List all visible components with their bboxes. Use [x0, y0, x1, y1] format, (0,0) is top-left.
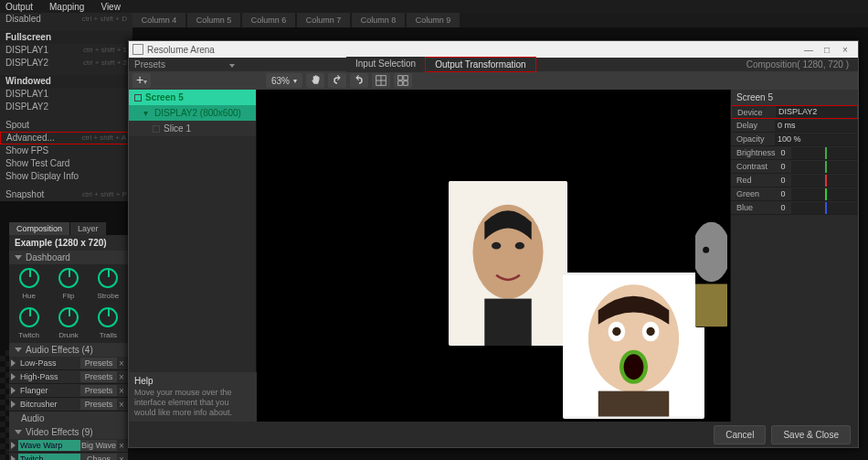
tool-strip: +▾ 63%▾	[129, 71, 858, 90]
tree-display[interactable]: ▾DISPLAY2 (800x600)	[129, 105, 256, 121]
column-header[interactable]: Column 5	[187, 13, 240, 27]
composition-panel: Composition Layer Example (1280 x 720) D…	[9, 222, 128, 460]
knob-flip[interactable]: Flip	[56, 268, 81, 300]
top-strip: Presets Input Selection Output Transform…	[129, 58, 858, 71]
cancel-button[interactable]: Cancel	[714, 425, 766, 444]
menu-output[interactable]: Output	[5, 2, 33, 12]
square-icon	[153, 125, 160, 133]
close-icon[interactable]: ×	[836, 45, 854, 55]
knob-trails[interactable]: Trails	[95, 307, 121, 339]
column-header[interactable]: Column 6	[242, 13, 295, 27]
output-win-display1[interactable]: DISPLAY1	[0, 88, 132, 101]
svg-point-22	[703, 247, 709, 253]
hand-tool-icon[interactable]	[306, 73, 324, 88]
output-show-fps[interactable]: Show FPS	[0, 144, 132, 157]
svg-point-17	[646, 327, 654, 336]
square-icon	[134, 94, 142, 102]
output-snapshot[interactable]: Snapshotctrl + shift + P	[0, 188, 132, 201]
output-win-display2[interactable]: DISPLAY2	[0, 101, 132, 113]
help-box: Help Move your mouse over the interface …	[129, 372, 257, 422]
modal-footer: Cancel Save & Close	[129, 422, 858, 447]
add-button[interactable]: +▾	[132, 73, 151, 88]
output-dropdown: Disabledctrl + shift + D Fullscreen DISP…	[0, 13, 132, 201]
column-header[interactable]: Column 7	[297, 13, 350, 27]
help-title: Help	[134, 376, 251, 386]
screens-tree: Screen 5 ▾DISPLAY2 (800x600) Slice 1 Hel…	[129, 90, 257, 422]
grid-single-icon[interactable]	[372, 73, 390, 88]
knob-strobe[interactable]: Strobe	[95, 268, 121, 300]
column-header[interactable]: Column 9	[407, 13, 460, 27]
composition-title: Example (1280 x 720)	[9, 235, 128, 251]
output-disabled[interactable]: Disabledctrl + shift + D	[0, 13, 132, 26]
prop-red[interactable]: Red0	[731, 174, 858, 187]
section-video-fx[interactable]: Video Effects (9)	[9, 425, 128, 439]
output-windowed-label: Windowed	[0, 75, 132, 88]
svg-rect-11	[484, 299, 531, 346]
presets-dropdown[interactable]: Presets	[129, 59, 238, 70]
output-canvas[interactable]	[257, 90, 730, 422]
app-icon	[132, 44, 143, 55]
fx-twitch[interactable]: TwitchChaos×	[9, 453, 128, 460]
props-title: Screen 5	[731, 90, 858, 105]
undo-icon[interactable]	[328, 73, 346, 88]
svg-point-9	[492, 242, 501, 250]
window-title: Resolume Arena	[147, 45, 799, 55]
svg-rect-4	[404, 76, 408, 80]
prop-delay[interactable]: Delay0 ms	[731, 119, 858, 133]
knob-twitch[interactable]: Twitch	[16, 307, 42, 339]
output-show-display-info[interactable]: Show Display Info	[0, 170, 132, 183]
knob-drunk[interactable]: Drunk	[56, 307, 81, 339]
column-header[interactable]: Column 4	[132, 13, 185, 27]
minimize-icon[interactable]: —	[799, 45, 818, 55]
tree-screen[interactable]: Screen 5	[129, 90, 256, 105]
svg-rect-5	[398, 81, 403, 86]
fx-bitcrusher[interactable]: BitcrusherPresets×	[9, 398, 128, 412]
output-show-test-card[interactable]: Show Test Card	[0, 157, 132, 170]
column-header[interactable]: Column 8	[352, 13, 405, 27]
properties-panel: Screen 5 DeviceDISPLAY2 (800x600) Delay0…	[730, 90, 858, 422]
svg-point-19	[624, 354, 644, 380]
svg-rect-23	[695, 284, 727, 327]
knob-hue[interactable]: Hue	[16, 268, 42, 300]
content-image-2	[563, 273, 704, 419]
zoom-control[interactable]: 63%▾	[266, 73, 302, 88]
save-close-button[interactable]: Save & Close	[771, 425, 851, 444]
fx-wave-warp[interactable]: Wave WarpBig Wave×	[9, 439, 128, 453]
redo-icon[interactable]	[350, 73, 368, 88]
content-image-1	[449, 181, 567, 346]
tab-input-selection[interactable]: Input Selection	[346, 57, 425, 72]
fx-low-pass[interactable]: Low-PassPresets×	[9, 357, 128, 370]
menu-view[interactable]: View	[101, 2, 121, 12]
maximize-icon[interactable]: □	[818, 45, 836, 55]
prop-green[interactable]: Green0	[731, 187, 858, 201]
tab-layer[interactable]: Layer	[70, 222, 107, 235]
svg-rect-6	[404, 81, 408, 86]
section-audio[interactable]: Audio	[9, 412, 128, 425]
output-fs-display2[interactable]: DISPLAY2ctrl + shift + 2	[0, 57, 132, 70]
section-audio-fx[interactable]: Audio Effects (4)	[9, 343, 128, 357]
prop-device[interactable]: DeviceDISPLAY2 (800x600)	[731, 105, 858, 119]
prop-blue[interactable]: Blue0	[731, 201, 858, 215]
output-spout[interactable]: Spout	[0, 119, 132, 132]
tab-composition[interactable]: Composition	[9, 222, 70, 235]
fx-high-pass[interactable]: High-PassPresets×	[9, 370, 128, 384]
composition-info: Composition( 1280, 720 )	[737, 59, 858, 70]
output-advanced[interactable]: Advanced...ctrl + shift + A	[0, 132, 132, 144]
menu-mapping[interactable]: Mapping	[49, 2, 84, 12]
tab-output-transformation[interactable]: Output Transformation	[425, 57, 536, 72]
svg-point-10	[515, 242, 524, 250]
prop-brightness[interactable]: Brightness0	[731, 146, 858, 160]
prop-contrast[interactable]: Contrast0	[731, 160, 858, 174]
tree-slice[interactable]: Slice 1	[129, 121, 256, 136]
section-dashboard[interactable]: Dashboard	[9, 251, 128, 264]
output-fs-display1[interactable]: DISPLAY1ctrl + shift + 1	[0, 44, 132, 57]
menubar: Output Mapping View	[0, 0, 868, 13]
content-image-3	[695, 209, 727, 327]
svg-rect-3	[398, 76, 403, 80]
window-titlebar[interactable]: Resolume Arena — □ ×	[129, 41, 858, 58]
output-fullscreen-label: Fullscreen	[0, 31, 132, 44]
prop-opacity[interactable]: Opacity100 %	[731, 133, 858, 146]
columns-strip: Column 4 Column 5 Column 6 Column 7 Colu…	[132, 13, 868, 27]
fx-flanger[interactable]: FlangerPresets×	[9, 384, 128, 398]
grid-multi-icon[interactable]	[394, 73, 412, 88]
